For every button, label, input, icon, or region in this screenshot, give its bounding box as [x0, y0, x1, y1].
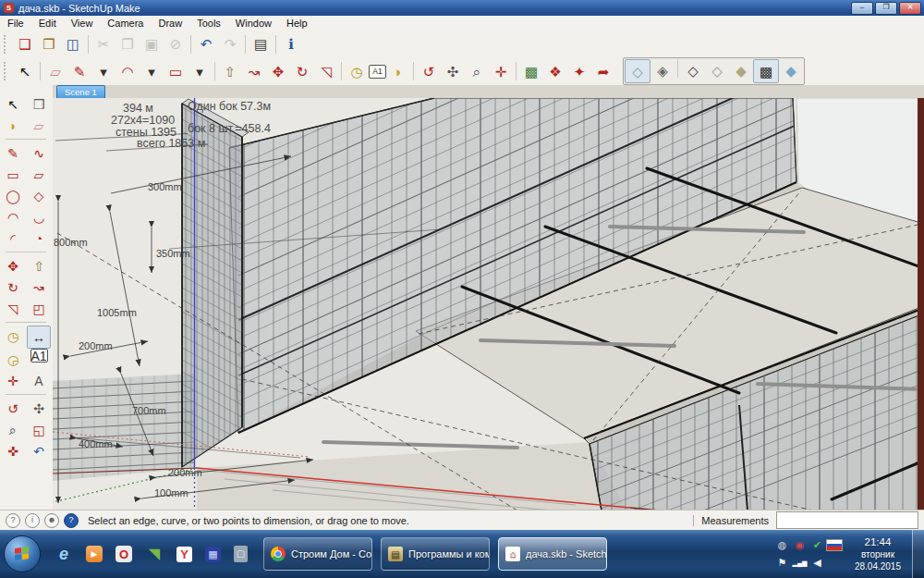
- follow-me-icon[interactable]: ↝: [28, 277, 50, 298]
- xray-icon[interactable]: ◇: [625, 59, 650, 83]
- eraser-icon[interactable]: ▱: [43, 60, 67, 82]
- model-info-icon[interactable]: ℹ: [279, 33, 303, 55]
- arc-dropdown-icon[interactable]: ▾: [140, 60, 164, 82]
- back-edges-icon[interactable]: ◈: [650, 59, 675, 81]
- measurements-input[interactable]: [776, 511, 918, 529]
- volume-icon[interactable]: ◀: [813, 558, 821, 568]
- disk-icon[interactable]: ▦: [205, 547, 221, 562]
- note-calc[interactable]: 272x4=1090: [111, 114, 175, 127]
- offset-icon[interactable]: ◰: [28, 298, 50, 319]
- paste-icon[interactable]: ▣: [140, 33, 164, 55]
- text-icon[interactable]: A1: [369, 65, 386, 79]
- start-button[interactable]: [4, 535, 41, 572]
- toolbar-grip[interactable]: [4, 35, 9, 54]
- yandex-icon[interactable]: Y: [176, 547, 192, 562]
- line-icon[interactable]: ✎: [2, 142, 24, 164]
- push-pull-icon[interactable]: ⇧: [218, 60, 242, 82]
- move-icon[interactable]: ✥: [2, 255, 24, 277]
- minimize-button[interactable]: –: [851, 2, 873, 15]
- select-icon[interactable]: ↖: [2, 93, 24, 115]
- menu-draw[interactable]: Draw: [151, 17, 189, 30]
- rotate-icon[interactable]: ↻: [290, 60, 314, 82]
- select-icon[interactable]: ↖: [13, 60, 37, 82]
- menu-window[interactable]: Window: [228, 17, 279, 30]
- tape-measure-icon[interactable]: ◷: [345, 60, 369, 82]
- dimension-label-300mm[interactable]: 300mm: [148, 181, 182, 192]
- line-dropdown-icon[interactable]: ▾: [91, 60, 116, 82]
- zoom-icon[interactable]: ⌕: [2, 419, 24, 440]
- new-icon[interactable]: ❑: [13, 33, 37, 55]
- rotate-icon[interactable]: ↻: [2, 277, 24, 298]
- pan-icon[interactable]: ✣: [441, 60, 465, 82]
- push-pull-icon[interactable]: ⇧: [28, 255, 50, 277]
- shaded-icon[interactable]: ◆: [729, 59, 753, 81]
- network-icon[interactable]: ▂▄▆: [793, 560, 808, 566]
- zoom-window-icon[interactable]: ◱: [28, 419, 50, 440]
- taskbar-window-programs[interactable]: ▤ Программы и комп...: [381, 537, 490, 571]
- arc-tool-icon[interactable]: ◠: [116, 60, 140, 82]
- menu-camera[interactable]: Camera: [100, 17, 151, 30]
- taskbar-clock[interactable]: 21:44 вторник 28.04.2015: [847, 535, 908, 573]
- share-model-icon[interactable]: ❖: [543, 60, 567, 82]
- viewport-canvas[interactable]: 300mm 800mm 350mm 1005mm 200mm 700mm 400…: [53, 98, 924, 510]
- menu-file[interactable]: File: [0, 17, 31, 30]
- toolbar-grip[interactable]: [4, 62, 9, 80]
- three-point-arc-icon[interactable]: ◜: [2, 228, 24, 249]
- internet-explorer-icon[interactable]: e: [55, 545, 73, 563]
- shape-tool-icon[interactable]: ▭: [164, 60, 188, 82]
- scale-icon[interactable]: ◹: [2, 298, 24, 319]
- media-player-icon[interactable]: ▶: [86, 546, 103, 562]
- bell-icon[interactable]: ◍: [778, 540, 787, 550]
- text-icon[interactable]: A1: [30, 349, 48, 363]
- close-button[interactable]: ✕: [899, 2, 921, 15]
- protractor-icon[interactable]: ◶: [2, 349, 24, 370]
- menu-edit[interactable]: Edit: [31, 17, 64, 30]
- line-tool-icon[interactable]: ✎: [67, 60, 91, 82]
- cut-icon[interactable]: ✂: [91, 33, 116, 55]
- language-ru-flag-icon[interactable]: [826, 539, 843, 551]
- print-icon[interactable]: ▤: [249, 33, 273, 55]
- geolocation-icon[interactable]: ?: [6, 513, 20, 528]
- claim-credit-icon[interactable]: ☻: [44, 513, 59, 528]
- shape-dropdown-icon[interactable]: ▾: [188, 60, 212, 82]
- paint-bucket-icon[interactable]: ◗: [386, 60, 410, 82]
- scene-tab[interactable]: Scene 1: [56, 85, 105, 98]
- show-desktop-button[interactable]: [912, 530, 924, 578]
- dimension-label-800mm[interactable]: 800mm: [54, 237, 88, 248]
- shaded-textures-icon[interactable]: ▩: [753, 59, 779, 83]
- credits-icon[interactable]: i: [25, 513, 40, 528]
- action-center-icon[interactable]: ⚑: [778, 558, 787, 568]
- make-component-icon[interactable]: ❒: [28, 93, 50, 115]
- orbit-icon[interactable]: ↺: [417, 60, 441, 82]
- zoom-extents-icon[interactable]: ✜: [2, 440, 24, 461]
- follow-me-icon[interactable]: ↝: [242, 60, 266, 82]
- pie-icon[interactable]: ◔: [28, 228, 50, 249]
- zoom-icon[interactable]: ⌕: [465, 60, 489, 82]
- wireframe-icon[interactable]: ◇: [681, 59, 705, 81]
- notes-icon[interactable]: ▢: [234, 546, 248, 562]
- three-d-text-icon[interactable]: A: [28, 370, 50, 391]
- get-models-icon[interactable]: ▩: [519, 60, 543, 82]
- help-icon[interactable]: ?: [64, 513, 79, 528]
- monochrome-icon[interactable]: ◆: [779, 59, 803, 81]
- note-grand-total[interactable]: всего 1853 м: [137, 137, 205, 150]
- dimension-icon[interactable]: ↔: [27, 326, 51, 349]
- dimension-label-350mm[interactable]: 350mm: [156, 248, 190, 259]
- eraser-icon[interactable]: ▱: [28, 115, 50, 136]
- axes-icon[interactable]: ✛: [2, 370, 24, 391]
- menu-help[interactable]: Help: [279, 17, 315, 30]
- save-icon[interactable]: ◫: [61, 33, 85, 55]
- sketchup-launcher-icon[interactable]: ◥: [145, 545, 164, 563]
- dimension-label-1005mm[interactable]: 1005mm: [97, 307, 137, 318]
- arc-icon[interactable]: ◠: [2, 206, 24, 228]
- copy-icon[interactable]: ❐: [116, 33, 140, 55]
- antivirus-icon[interactable]: ◉: [796, 540, 805, 550]
- rectangle-icon[interactable]: ▭: [2, 164, 24, 185]
- menu-view[interactable]: View: [64, 17, 101, 30]
- usb-icon[interactable]: ✔: [813, 540, 821, 550]
- pan-icon[interactable]: ✣: [28, 398, 50, 419]
- taskbar-window-chrome[interactable]: Строим Дом - Созд...: [263, 537, 372, 571]
- maximize-button[interactable]: ❐: [875, 2, 897, 15]
- dimension-label-200mm-upper[interactable]: 200mm: [79, 340, 113, 351]
- move-icon[interactable]: ✥: [266, 60, 290, 82]
